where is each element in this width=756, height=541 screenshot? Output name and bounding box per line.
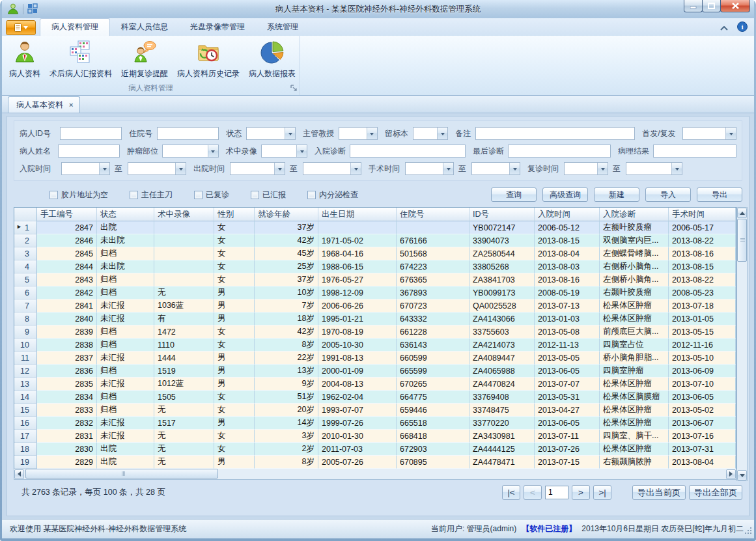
row-number-cell[interactable]: 4 [14, 260, 37, 273]
surgery-date-to-select[interactable] [471, 162, 520, 175]
discharge-date-to-select[interactable] [303, 162, 361, 175]
revisit-reminder-button[interactable]: 近期复诊提醒 [117, 38, 173, 81]
row-number-cell[interactable]: 17 [14, 430, 37, 443]
scroll-left-icon[interactable] [14, 469, 24, 479]
row-number-cell[interactable]: 8 [14, 312, 37, 326]
history-record-button[interactable]: 病人资料历史记录 [173, 38, 244, 81]
admit-date-from-select[interactable] [61, 162, 110, 175]
patient-id-input[interactable] [60, 127, 122, 140]
surgery-video-select[interactable] [261, 145, 307, 158]
user-avatar-icon[interactable] [7, 3, 19, 16]
dropdown-arrow-icon[interactable] [443, 163, 453, 174]
vertical-scrollbar[interactable] [736, 207, 748, 481]
revisited-checkbox[interactable]: 已复诊 [194, 189, 229, 201]
surgery-date-from-select[interactable] [405, 162, 454, 175]
dropdown-arrow-icon[interactable] [274, 163, 285, 174]
checkbox-icon[interactable] [307, 191, 316, 199]
table-row[interactable]: ►12847出院女37岁YB00721472006-05-12左额叶胶质瘤200… [14, 221, 736, 234]
row-number-cell[interactable]: 2 [14, 234, 37, 247]
data-report-button[interactable]: 病人数据报表 [244, 38, 300, 81]
checkbox-icon[interactable] [194, 191, 203, 199]
discharge-date-from-select[interactable] [230, 162, 285, 175]
table-row[interactable]: 132835未汇报1012蓝男9岁2004-08-13670265ZA44708… [14, 378, 736, 391]
dropdown-arrow-icon[interactable] [509, 163, 520, 174]
table-row[interactable]: 22846未出院女42岁1971-05-02676166339040732013… [14, 234, 736, 247]
chief-surgeon-checkbox[interactable]: 主任主刀 [130, 189, 173, 201]
pathology-result-input[interactable] [653, 145, 736, 158]
first-or-recurrent-select[interactable] [682, 127, 736, 140]
row-number-cell[interactable]: 13 [14, 378, 37, 391]
column-header[interactable]: 入院时间 [535, 208, 600, 221]
inpatient-no-input[interactable] [157, 127, 219, 140]
table-row[interactable]: 82840未汇报有男18岁1995-01-21643332ZA414306620… [14, 312, 736, 326]
column-header[interactable]: 就诊年龄 [255, 208, 318, 221]
ribbon-tab-disc-media[interactable]: 光盘录像带管理 [179, 19, 256, 36]
table-row[interactable]: 42844未出院女25岁1988-06-15674223338052682013… [14, 260, 736, 273]
dropdown-arrow-icon[interactable] [99, 163, 109, 174]
row-number-cell[interactable]: ►1 [14, 221, 37, 234]
export-current-page-button[interactable]: 导出当前页 [632, 485, 686, 500]
column-header[interactable]: 手术时间 [669, 208, 736, 221]
table-row[interactable]: 102838归档1110女8岁2005-10-30636143ZA4214073… [14, 339, 736, 352]
table-row[interactable]: 152833归档无女20岁1993-07-0765944633748475201… [14, 404, 736, 417]
ribbon-tab-staff-info[interactable]: 科室人员信息 [110, 19, 179, 36]
dropdown-arrow-icon[interactable] [175, 163, 186, 174]
license-registered-link[interactable]: 【软件已注册】 [522, 523, 576, 534]
dropdown-arrow-icon[interactable] [350, 163, 361, 174]
tab-close-icon[interactable]: × [69, 101, 73, 109]
admit-date-to-select[interactable] [128, 162, 186, 175]
table-row[interactable]: 192829出院无男8岁2005-07-26670895ZA4478471201… [14, 456, 736, 469]
column-header[interactable]: 手工编号 [37, 208, 97, 221]
dropdown-arrow-icon[interactable] [296, 145, 307, 157]
column-header[interactable]: 状态 [97, 208, 154, 221]
pager-prev-button[interactable]: < [524, 485, 542, 500]
scroll-down-icon[interactable] [737, 470, 747, 480]
horizontal-scroll-thumb[interactable] [25, 469, 218, 479]
close-button[interactable] [720, 0, 750, 12]
row-number-cell[interactable]: 14 [14, 391, 37, 404]
row-number-cell[interactable]: 6 [14, 286, 37, 299]
dropdown-arrow-icon[interactable] [208, 145, 218, 157]
row-number-cell[interactable]: 11 [14, 352, 37, 365]
patient-name-input[interactable] [58, 145, 120, 158]
row-number-cell[interactable]: 10 [14, 339, 37, 352]
row-number-cell[interactable]: 5 [14, 273, 37, 286]
advanced-query-button[interactable]: 高级查询 [542, 187, 588, 202]
reported-checkbox[interactable]: 已汇报 [251, 189, 286, 201]
ribbon-tab-patient-data[interactable]: 病人资料管理 [40, 18, 110, 36]
dialog-launcher-icon[interactable] [290, 84, 297, 93]
tumor-site-select[interactable] [162, 145, 219, 158]
pager-next-button[interactable]: > [572, 485, 590, 500]
tab-patient-basic-data[interactable]: 病人基本资料 × [8, 96, 80, 113]
professor-select[interactable] [339, 127, 378, 140]
maximize-button[interactable] [702, 0, 721, 12]
scroll-right-icon[interactable] [726, 469, 736, 479]
row-number-cell[interactable]: 18 [14, 443, 37, 456]
remark-input[interactable] [475, 127, 635, 140]
column-header[interactable]: 住院号 [397, 208, 469, 221]
import-button[interactable]: 导入 [645, 187, 691, 202]
column-header[interactable]: 术中录像 [154, 208, 214, 221]
checkbox-icon[interactable] [251, 191, 259, 199]
table-row[interactable]: 112837未汇报1444男22岁1991-08-13660599ZA40894… [14, 352, 736, 365]
table-row[interactable]: 162832未汇报1517男14岁1999-07-266655183377022… [14, 417, 736, 430]
film-address-empty-checkbox[interactable]: 胶片地址为空 [49, 189, 108, 201]
row-number-cell[interactable]: 19 [14, 456, 37, 469]
specimen-select[interactable] [413, 127, 448, 140]
ribbon-tab-system[interactable]: 系统管理 [256, 19, 309, 36]
scroll-up-icon[interactable] [737, 208, 747, 218]
dropdown-arrow-icon[interactable] [597, 163, 608, 174]
column-header[interactable]: 出生日期 [318, 208, 397, 221]
table-row[interactable]: 92839归档1472女42岁1970-08-19661228337556032… [14, 326, 736, 339]
table-row[interactable]: 122836归档1519男13岁2000-01-09665599ZA406598… [14, 365, 736, 378]
export-all-pages-button[interactable]: 导出全部页 [689, 485, 742, 500]
checkbox-icon[interactable] [130, 191, 138, 199]
dropdown-arrow-icon[interactable] [367, 128, 377, 139]
revisit-date-from-select[interactable] [564, 162, 608, 175]
checkbox-icon[interactable] [49, 191, 58, 199]
postop-report-button[interactable]: 术后病人汇报资料 [45, 38, 117, 81]
table-row[interactable]: 142834归档1505女51岁1962-02-0466477533769408… [14, 391, 736, 404]
revisit-date-to-select[interactable] [626, 162, 682, 175]
info-icon[interactable]: i [737, 21, 748, 34]
horizontal-scrollbar[interactable] [14, 469, 736, 480]
